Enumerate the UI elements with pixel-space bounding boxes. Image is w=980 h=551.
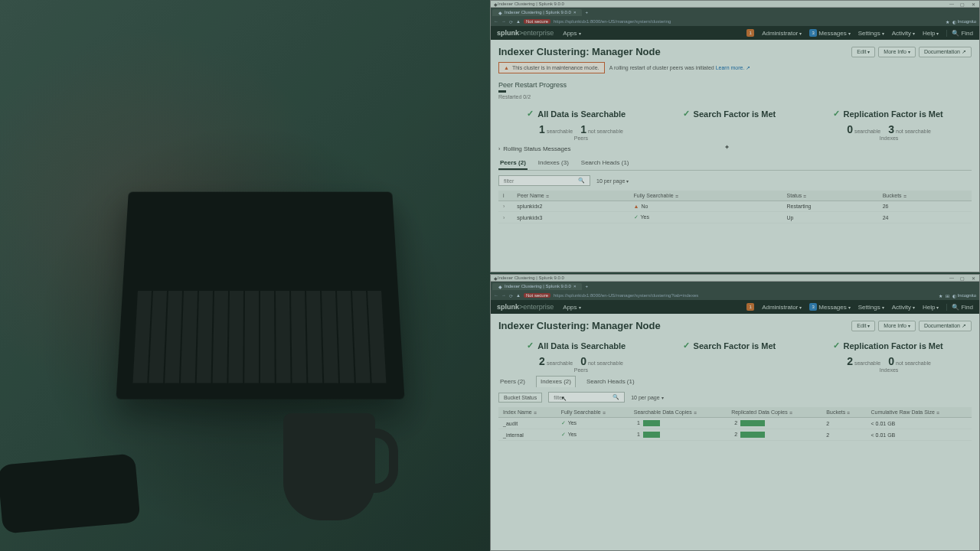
col-index-name[interactable]: Index Name≑ <box>498 407 557 418</box>
settings-menu[interactable]: Settings ▾ <box>858 30 884 37</box>
help-menu[interactable]: Help ▾ <box>923 304 939 311</box>
tab-close-icon[interactable]: × <box>573 284 577 289</box>
col-raw-size[interactable]: Cumulative Raw Data Size≑ <box>867 407 972 418</box>
search-icon: 🔍 <box>578 178 585 184</box>
browser-tabbar: ◆ Indexer Clustering | Splunk 9.0.0 × + <box>491 8 979 17</box>
brand-logo[interactable]: splunk>enterprise <box>497 303 554 311</box>
messages-menu[interactable]: 3 Messages ▾ <box>809 29 850 37</box>
expand-icon[interactable]: › <box>503 215 505 220</box>
status-searchable: ✓All Data is Searchable <box>527 109 626 119</box>
nav-reload-icon[interactable]: ⟳ <box>509 19 513 24</box>
admin-menu[interactable]: Administrator ▾ <box>762 304 802 311</box>
apps-menu[interactable]: Apps ▾ <box>563 30 580 37</box>
brand-logo[interactable]: splunk>enterprise <box>497 29 554 37</box>
col-fully-searchable[interactable]: Fully Searchable≑ <box>557 407 629 418</box>
col-buckets[interactable]: Buckets≑ <box>878 191 972 201</box>
status-replication: ✓Replication Factor is Met <box>833 109 943 119</box>
find-box[interactable]: 🔍Find <box>946 30 973 37</box>
per-page-select[interactable]: 10 per page ▾ <box>631 395 663 400</box>
browser-tab[interactable]: ◆ Indexer Clustering | Splunk 9.0.0 × <box>492 283 582 290</box>
peers-searchable-metric: 2searchable <box>539 355 573 367</box>
settings-menu[interactable]: Settings ▾ <box>858 304 884 311</box>
col-peer-name[interactable]: Peer Name≑ <box>512 191 629 201</box>
check-icon: ✓ <box>561 432 566 437</box>
col-searchable-copies[interactable]: Searchable Data Copies≑ <box>629 407 727 418</box>
col-status[interactable]: Status≑ <box>782 191 878 201</box>
tab-title: Indexer Clustering | Splunk 9.0.0 <box>505 284 571 289</box>
help-menu[interactable]: Help ▾ <box>923 30 939 37</box>
learn-more-link[interactable]: Learn more. ↗ <box>716 65 751 70</box>
table-row[interactable]: _internal ✓Yes 1 2 2 < 0.01 GB <box>498 429 972 441</box>
rolling-status-toggle[interactable]: ›Rolling Status Messages <box>498 145 972 152</box>
idx-caption: Indexes <box>847 135 931 141</box>
window-max-icon[interactable]: ▢ <box>959 2 965 7</box>
edit-button[interactable]: Edit ▾ <box>851 321 875 331</box>
nav-fwd-icon[interactable]: → <box>501 293 506 298</box>
tab-close-icon[interactable]: × <box>573 10 577 15</box>
filter-input[interactable]: filter🔍 <box>548 392 625 403</box>
warning-icon: ▲ <box>634 204 639 209</box>
not-secure-badge[interactable]: Not secure <box>524 19 550 24</box>
tab-indexes[interactable]: Indexes (3) <box>537 157 570 170</box>
activity-menu[interactable]: Activity ▾ <box>892 30 915 37</box>
status-replication: ✓Replication Factor is Met <box>833 341 943 350</box>
nav-back-icon[interactable]: ← <box>494 19 498 24</box>
window-min-icon[interactable]: — <box>949 276 955 281</box>
tab-search-heads[interactable]: Search Heads (1) <box>585 376 636 387</box>
search-icon: 🔍 <box>952 304 959 311</box>
external-icon: ↗ <box>962 49 966 55</box>
splunk-appbar: splunk>enterprise Apps ▾ 1 Administrator… <box>491 26 979 40</box>
documentation-button[interactable]: Documentation ↗ <box>919 47 972 57</box>
alert-badge[interactable]: 1 <box>746 303 754 311</box>
screenshot-top: ◆ Indexer Clustering | Splunk 9.0.0 — ▢ … <box>490 0 980 272</box>
check-icon: ✓ <box>833 109 840 119</box>
extension-icon[interactable]: ★ <box>939 293 942 298</box>
col-replicated-copies[interactable]: Replicated Data Copies≑ <box>727 407 822 418</box>
more-info-button[interactable]: More Info ▾ <box>878 321 916 331</box>
table-row[interactable]: › splunkidx2 ▲No Restarting 26 <box>498 201 972 212</box>
filter-input[interactable]: filter🔍 <box>498 175 590 186</box>
find-box[interactable]: 🔍Find <box>946 304 973 311</box>
table-row[interactable]: › splunkidx3 ✓Yes Up 24 <box>498 212 972 223</box>
peers-caption: Peers <box>539 367 623 373</box>
not-secure-badge[interactable]: Not secure <box>524 293 550 298</box>
tab-search-heads[interactable]: Search Heads (1) <box>580 157 631 170</box>
col-fully-searchable[interactable]: Fully Searchable≑ <box>629 191 782 201</box>
tab-peers[interactable]: Peers (2) <box>498 376 527 387</box>
new-tab-icon[interactable]: + <box>585 10 588 15</box>
new-tab-icon[interactable]: + <box>585 284 588 289</box>
table-row[interactable]: _audit ✓Yes 1 2 2 < 0.01 GB <box>498 418 972 429</box>
alert-badge[interactable]: 1 <box>746 29 754 37</box>
tab-indexes[interactable]: Indexes (2) <box>536 376 576 387</box>
page-title: Indexer Clustering: Manager Node <box>498 46 661 57</box>
browser-tab[interactable]: ◆ Indexer Clustering | Splunk 9.0.0 × <box>492 9 582 16</box>
status-searchable: ✓All Data is Searchable <box>527 341 626 350</box>
tab-peers[interactable]: Peers (2) <box>498 157 528 170</box>
edit-button[interactable]: Edit ▾ <box>851 47 875 57</box>
documentation-button[interactable]: Documentation ↗ <box>919 321 972 331</box>
mug-graphic <box>283 413 375 520</box>
window-close-icon[interactable]: ✕ <box>970 276 976 281</box>
window-close-icon[interactable]: ✕ <box>970 2 976 7</box>
check-icon: ✓ <box>683 109 690 119</box>
per-page-select[interactable]: 10 per page ▾ <box>596 178 629 184</box>
col-i[interactable]: i <box>498 191 512 201</box>
activity-menu[interactable]: Activity ▾ <box>892 304 915 311</box>
messages-menu[interactable]: 3 Messages ▾ <box>809 303 850 311</box>
window-min-icon[interactable]: — <box>949 2 955 7</box>
expand-icon[interactable]: › <box>503 204 505 209</box>
extension-icon[interactable]: ⊞ <box>946 293 949 298</box>
extension-icon[interactable]: ★ <box>946 19 949 24</box>
nav-back-icon[interactable]: ← <box>494 293 498 298</box>
col-buckets[interactable]: Buckets≑ <box>822 407 866 418</box>
window-max-icon[interactable]: ▢ <box>959 276 965 281</box>
admin-menu[interactable]: Administrator ▾ <box>762 30 802 37</box>
url-text[interactable]: https://splunkidx1:8000/en-US/manager/sy… <box>554 293 698 298</box>
background-photo <box>0 0 490 551</box>
nav-reload-icon[interactable]: ⟳ <box>509 293 513 298</box>
apps-menu[interactable]: Apps ▾ <box>563 304 580 311</box>
bucket-status-button[interactable]: Bucket Status <box>498 393 542 403</box>
more-info-button[interactable]: More Info ▾ <box>878 47 916 57</box>
nav-fwd-icon[interactable]: → <box>501 19 506 24</box>
url-text[interactable]: https://splunkidx1:8000/en-US/manager/sy… <box>554 19 671 24</box>
